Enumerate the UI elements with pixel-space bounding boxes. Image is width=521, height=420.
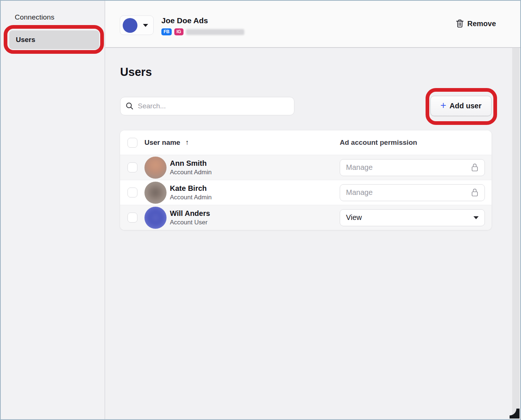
window-corner [510, 409, 520, 419]
sort-ascending-icon[interactable]: ↑ [185, 139, 189, 147]
search-box [120, 97, 294, 115]
table-row: Will Anders Account User View [120, 205, 492, 230]
user-name: Kate Birch [170, 184, 211, 193]
remove-button[interactable]: Remove [456, 19, 496, 28]
users-table: User name ↑ Ad account permission Ann Sm… [120, 130, 492, 230]
permission-value: View [346, 213, 362, 222]
header: Joe Doe Ads FB IG Remove [105, 1, 520, 48]
permission-dropdown[interactable]: View [340, 209, 485, 226]
plus-icon: + [440, 101, 446, 111]
user-avatar [144, 182, 167, 204]
add-user-label: Add user [450, 102, 482, 110]
user-role: Account Admin [170, 194, 211, 201]
vertical-scrollbar[interactable] [512, 48, 520, 419]
user-role: Account Admin [170, 169, 211, 176]
redacted-account-id [186, 29, 244, 35]
account-info: Joe Doe Ads FB IG [161, 16, 244, 35]
row-checkbox[interactable] [127, 213, 137, 223]
sidebar-item-connections[interactable]: Connections [15, 13, 55, 21]
page-title: Users [120, 66, 152, 79]
app-window: Connections Users Joe Doe Ads FB IG [0, 0, 521, 420]
user-avatar [144, 157, 167, 179]
account-name: Joe Doe Ads [161, 16, 244, 25]
user-name: Ann Smith [170, 159, 211, 168]
user-avatar [144, 207, 167, 229]
table-row: Ann Smith Account Admin Manage [120, 155, 492, 180]
trash-icon [456, 19, 464, 28]
column-header-user-name[interactable]: User name [144, 139, 180, 147]
chevron-down-icon [473, 216, 479, 219]
table-header-row: User name ↑ Ad account permission [120, 130, 492, 155]
table-row: Kate Birch Account Admin Manage [120, 180, 492, 205]
chevron-down-icon [143, 24, 148, 27]
permission-field-locked: Manage [340, 159, 485, 176]
select-all-checkbox[interactable] [127, 138, 137, 148]
facebook-badge: FB [161, 28, 172, 35]
lock-icon [471, 163, 479, 172]
search-icon [126, 102, 134, 110]
permission-field-locked: Manage [340, 184, 485, 201]
row-checkbox[interactable] [127, 162, 137, 172]
user-role: Account User [170, 219, 210, 226]
search-input[interactable] [138, 102, 289, 110]
instagram-badge: IG [174, 28, 183, 35]
row-checkbox[interactable] [127, 188, 137, 197]
account-switcher-button[interactable] [120, 15, 154, 35]
remove-label: Remove [467, 20, 496, 28]
account-avatar [123, 18, 137, 33]
column-header-permission: Ad account permission [340, 139, 492, 147]
permission-value: Manage [346, 163, 373, 172]
lock-icon [471, 188, 479, 197]
sidebar: Connections Users [1, 1, 105, 419]
add-user-button[interactable]: + Add user [430, 96, 492, 116]
main-content: Users + Add user User name [106, 49, 520, 419]
permission-value: Manage [346, 188, 373, 197]
user-name: Will Anders [170, 209, 210, 218]
sidebar-item-users[interactable]: Users [9, 30, 99, 49]
